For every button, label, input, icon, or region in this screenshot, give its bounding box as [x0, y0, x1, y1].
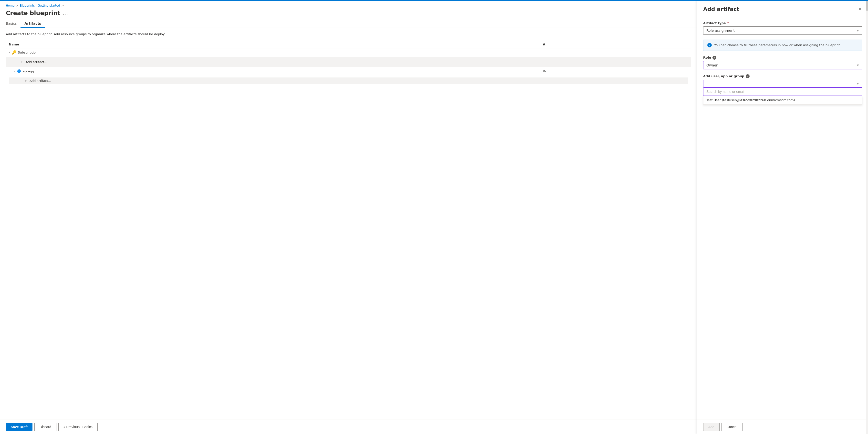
dropdown-item[interactable]: Test User (testuser@M365x82902268.onmicr… — [704, 96, 862, 104]
add-user-label-text: Add user, app or group — [703, 74, 744, 78]
required-star: * — [727, 21, 729, 25]
role-dropdown[interactable]: Owner ∨ — [703, 61, 862, 69]
role-label-text: Role — [703, 56, 711, 59]
user-dropdown-chevron: ∨ — [857, 82, 859, 85]
more-options-icon[interactable]: ... — [63, 11, 68, 16]
search-wrapper — [703, 87, 862, 96]
artifact-type-label: Artifact type * — [703, 21, 862, 25]
appgrp-icon: 🔷 — [17, 69, 21, 74]
plus-icon: + — [21, 60, 23, 64]
panel-header: Add artifact × — [697, 1, 868, 17]
breadcrumb: Home > Blueprints | Getting started > — [0, 1, 697, 9]
scrollbar[interactable] — [866, 1, 868, 434]
add-button[interactable]: Add — [703, 423, 719, 431]
artifact-type-group: Artifact type * Role assignment ∨ — [703, 21, 862, 35]
scroll-thumb — [866, 1, 868, 11]
table-row: ∨ 🔷 app-grp Rc — [6, 67, 691, 76]
table-row: + Add artifact... — [6, 57, 691, 67]
artifact-type-label-text: Artifact type — [703, 21, 726, 25]
appgrp-value: Rc — [543, 69, 547, 73]
page-title: Create blueprint — [6, 10, 60, 17]
subscription-label: Subscription — [18, 51, 38, 54]
left-panel: Home > Blueprints | Getting started > Cr… — [0, 1, 697, 434]
add-user-info-icon[interactable]: i — [746, 74, 750, 78]
bottom-bar: Save Draft Discard « Previous : Basics — [0, 419, 697, 434]
content-area: Add artifacts to the blueprint. Add reso… — [0, 28, 697, 419]
role-label: Role i — [703, 56, 862, 60]
add-artifact-subscription-btn[interactable]: + Add artifact... — [9, 59, 688, 65]
panel-title: Add artifact — [703, 6, 739, 12]
subscription-chevron[interactable]: ∨ — [9, 51, 10, 54]
artifact-type-value: Role assignment — [706, 29, 735, 32]
role-value: Owner — [706, 63, 718, 67]
role-chevron: ∨ — [857, 63, 859, 67]
breadcrumb-sep-1: > — [16, 4, 18, 7]
tab-basics[interactable]: Basics — [6, 20, 21, 28]
table-row: + Add artifact... — [6, 76, 691, 86]
search-input[interactable] — [703, 87, 862, 96]
appgrp-chevron[interactable]: ∨ — [14, 70, 16, 73]
breadcrumb-blueprints[interactable]: Blueprints | Getting started — [20, 4, 60, 7]
col-a: A — [540, 40, 691, 48]
right-panel: Add artifact × Artifact type * Role assi… — [697, 1, 868, 434]
add-user-label: Add user, app or group i — [703, 74, 862, 78]
add-artifact-appgrp-btn[interactable]: + Add artifact... — [9, 78, 688, 84]
panel-footer: Add Cancel — [697, 419, 868, 434]
role-info-icon[interactable]: i — [712, 56, 716, 60]
panel-content: Artifact type * Role assignment ∨ i You … — [697, 17, 868, 419]
page-title-row: Create blueprint ... — [0, 9, 697, 20]
tabs: Basics Artifacts — [0, 20, 697, 28]
user-app-group-dropdown[interactable]: ∨ — [703, 80, 862, 87]
discard-button[interactable]: Discard — [34, 423, 56, 431]
cancel-button[interactable]: Cancel — [721, 423, 743, 431]
artifacts-table: Name A ∨ 🔑 Subscription — [6, 40, 691, 86]
appgrp-tree-row: ∨ 🔷 app-grp — [9, 69, 537, 74]
info-banner: i You can choose to fill these parameter… — [703, 39, 862, 51]
artifact-type-chevron: ∨ — [857, 29, 859, 32]
description-text: Add artifacts to the blueprint. Add reso… — [6, 32, 691, 37]
add-artifact-appgrp-label: Add artifact... — [30, 79, 51, 83]
previous-basics-button[interactable]: « Previous : Basics — [58, 423, 98, 431]
breadcrumb-sep-2: > — [62, 4, 64, 7]
subscription-tree-row: ∨ 🔑 Subscription — [9, 50, 537, 55]
subscription-icon: 🔑 — [12, 50, 17, 55]
breadcrumb-home[interactable]: Home — [6, 4, 14, 7]
artifact-type-dropdown[interactable]: Role assignment ∨ — [703, 26, 862, 35]
plus-icon-2: + — [24, 79, 27, 83]
info-banner-text: You can choose to fill these parameters … — [714, 43, 841, 48]
table-row: ∨ 🔑 Subscription — [6, 48, 691, 57]
appgrp-label: app-grp — [23, 69, 35, 73]
tab-artifacts[interactable]: Artifacts — [21, 20, 45, 28]
col-name: Name — [6, 40, 540, 48]
close-panel-button[interactable]: × — [858, 6, 862, 12]
save-draft-button[interactable]: Save Draft — [6, 423, 32, 431]
add-user-group: Add user, app or group i ∨ Test User (te… — [703, 74, 862, 105]
dropdown-list: Test User (testuser@M365x82902268.onmicr… — [703, 96, 862, 105]
role-group: Role i Owner ∨ — [703, 56, 862, 69]
add-artifact-subscription-label: Add artifact... — [26, 60, 48, 64]
info-banner-icon: i — [707, 43, 712, 48]
